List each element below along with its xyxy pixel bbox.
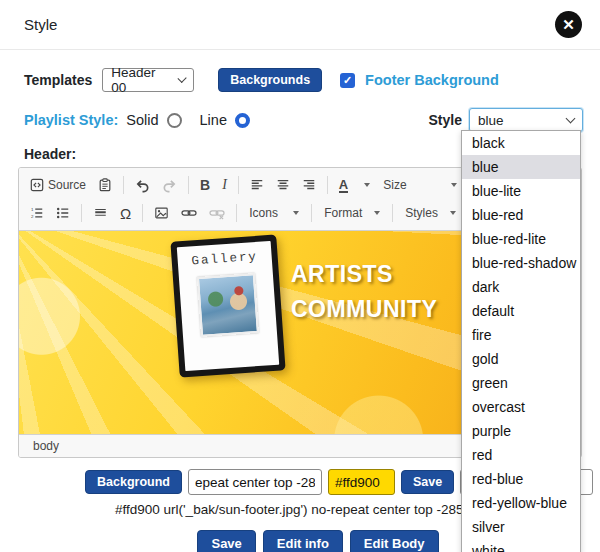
toolbar-separator	[392, 204, 393, 222]
chevron-down-icon	[566, 114, 576, 124]
align-right-icon	[302, 178, 316, 192]
save-button[interactable]: Save	[197, 530, 255, 552]
solid-radio[interactable]	[167, 113, 182, 128]
styles-dropdown[interactable]: Styles	[399, 203, 462, 223]
line-radio[interactable]	[235, 113, 250, 128]
style-option-red[interactable]: red	[462, 443, 580, 467]
templates-label: Templates	[24, 72, 92, 88]
text-color-button[interactable]: A	[334, 175, 375, 196]
align-left-icon	[250, 178, 264, 192]
chevron-down-icon	[374, 211, 380, 215]
headline-line1: ARTISTS	[291, 257, 437, 292]
style-option-blue-red-shadow[interactable]: blue-red-shadow	[462, 251, 580, 275]
align-left-button[interactable]	[245, 175, 269, 195]
style-option-silver[interactable]: silver	[462, 515, 580, 539]
italic-button[interactable]: I	[217, 174, 232, 196]
headline-line2: COMMUNITY	[291, 292, 437, 327]
redo-button[interactable]	[157, 175, 182, 196]
edit-body-button[interactable]: Edit Body	[350, 530, 439, 552]
style-option-blue-red[interactable]: blue-red	[462, 203, 580, 227]
toolbar-separator	[236, 204, 237, 222]
link-button[interactable]	[176, 203, 202, 223]
undo-icon	[135, 178, 150, 193]
toolbar-separator	[311, 204, 312, 222]
style-select[interactable]: blue	[469, 108, 583, 132]
solid-label: Solid	[126, 112, 158, 128]
style-option-fire[interactable]: fire	[462, 323, 580, 347]
align-center-button[interactable]	[271, 175, 295, 195]
style-option-white[interactable]: white	[462, 539, 580, 552]
background-button[interactable]: Background	[85, 470, 182, 494]
header-headline: ARTISTS COMMUNITY	[291, 257, 437, 327]
templates-select-value: Header 00	[111, 65, 169, 95]
element-path[interactable]: body	[33, 439, 59, 453]
toolbar-separator	[188, 176, 189, 194]
format-dropdown[interactable]: Format	[318, 203, 386, 223]
chevron-down-icon	[293, 211, 299, 215]
background-position-input[interactable]	[188, 469, 322, 495]
style-option-blue-red-lite[interactable]: blue-red-lite	[462, 227, 580, 251]
special-char-button[interactable]: Ω	[115, 202, 136, 225]
templates-row: Templates Header 00 Backgrounds ✓ Footer…	[24, 68, 576, 92]
bullet-list-button[interactable]	[51, 203, 75, 223]
size-dropdown[interactable]: Size	[377, 175, 463, 195]
source-icon	[30, 178, 44, 192]
style-select-value: blue	[478, 113, 504, 128]
image-icon	[154, 206, 169, 220]
styles-label: Styles	[405, 206, 438, 220]
style-dropdown-list: black blue blue-lite blue-red blue-red-l…	[461, 130, 581, 552]
toolbar-separator	[142, 204, 143, 222]
link-icon	[181, 206, 197, 220]
undo-button[interactable]	[130, 175, 155, 196]
style-option-overcast[interactable]: overcast	[462, 395, 580, 419]
toolbar-separator	[327, 176, 328, 194]
style-option-green[interactable]: green	[462, 371, 580, 395]
style-option-red-blue[interactable]: red-blue	[462, 467, 580, 491]
chevron-down-icon	[451, 183, 457, 187]
style-option-default[interactable]: default	[462, 299, 580, 323]
numbered-list-icon: 12	[30, 206, 44, 220]
dialog-header: Style ✕	[0, 0, 600, 50]
style-label: Style	[429, 112, 462, 128]
chevron-down-icon	[177, 74, 187, 84]
icons-label: Icons	[249, 206, 278, 220]
gallery-caption: Gallery	[177, 249, 272, 270]
svg-text:2: 2	[31, 214, 34, 219]
source-label: Source	[48, 178, 86, 192]
style-option-red-yellow-blue[interactable]: red-yellow-blue	[462, 491, 580, 515]
size-label: Size	[383, 178, 406, 192]
align-right-button[interactable]	[297, 175, 321, 195]
unlink-button[interactable]	[204, 203, 230, 223]
templates-select[interactable]: Header 00	[102, 68, 194, 92]
horizontal-rule-button[interactable]	[88, 203, 113, 223]
image-button[interactable]	[149, 203, 174, 223]
templates-button[interactable]	[93, 175, 117, 195]
chevron-down-icon	[364, 183, 370, 187]
bold-button[interactable]: B	[195, 174, 215, 196]
icons-dropdown[interactable]: Icons	[243, 203, 305, 223]
style-option-dark[interactable]: dark	[462, 275, 580, 299]
style-option-blue-lite[interactable]: blue-lite	[462, 179, 580, 203]
close-button[interactable]: ✕	[555, 11, 582, 38]
style-option-purple[interactable]: purple	[462, 419, 580, 443]
edit-info-button[interactable]: Edit info	[263, 530, 343, 552]
background-color-input[interactable]	[328, 469, 395, 495]
backgrounds-button[interactable]: Backgrounds	[218, 68, 322, 92]
toolbar-separator	[123, 176, 124, 194]
playlist-style-label: Playlist Style:	[24, 112, 118, 128]
text-color-icon: A	[339, 178, 348, 193]
style-option-blue[interactable]: blue	[462, 155, 580, 179]
line-label: Line	[200, 112, 227, 128]
footer-background-checkbox[interactable]: ✓	[340, 73, 355, 88]
style-option-black[interactable]: black	[462, 131, 580, 155]
format-label: Format	[324, 206, 362, 220]
svg-text:1: 1	[31, 207, 34, 212]
dialog-title: Style	[24, 16, 57, 33]
style-option-gold[interactable]: gold	[462, 347, 580, 371]
chevron-down-icon	[450, 211, 456, 215]
save-background-button[interactable]: Save	[401, 470, 454, 494]
source-button[interactable]: Source	[25, 175, 91, 195]
gallery-frame-image: Gallery	[170, 234, 285, 377]
horizontal-rule-icon	[93, 206, 108, 220]
numbered-list-button[interactable]: 12	[25, 203, 49, 223]
